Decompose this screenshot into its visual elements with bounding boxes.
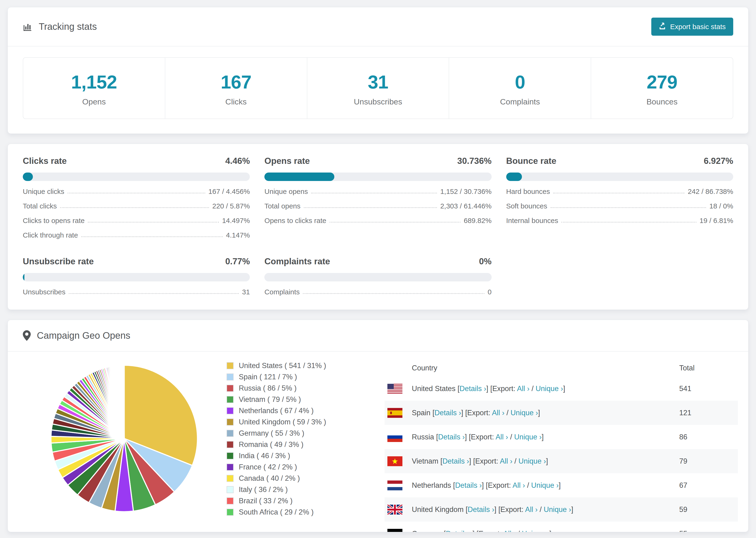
country-flag-icon	[387, 505, 403, 514]
rate-detail-row: Clicks to opens rate 14.497%	[23, 217, 250, 225]
stat-value: 167	[165, 71, 307, 93]
legend-item: Brazil ( 33 / 2% )	[227, 497, 326, 505]
country-name: United States	[412, 385, 456, 393]
export-unique-link[interactable]: Unique ›	[544, 506, 571, 513]
details-link[interactable]: Details ›	[468, 506, 495, 513]
stat-label: Bounces	[591, 97, 733, 106]
legend-item: Spain ( 121 / 7% )	[227, 373, 326, 381]
geo-table-row: Netherlands [Details ›] [Export: All › /…	[385, 473, 738, 497]
details-link[interactable]: Details ›	[435, 409, 461, 417]
stat-label: Clicks	[165, 97, 307, 106]
export-all-link[interactable]: All ›	[525, 506, 537, 513]
country-total: 79	[679, 457, 738, 465]
dotted-leader	[81, 237, 223, 237]
summary-stat-cell: 167 Clicks	[165, 58, 307, 119]
legend-swatch	[227, 463, 234, 471]
legend-swatch	[227, 362, 234, 369]
details-link[interactable]: Details ›	[455, 481, 482, 489]
country-total: 67	[679, 481, 738, 490]
dotted-leader	[304, 207, 437, 208]
export-unique-link[interactable]: Unique ›	[531, 481, 559, 489]
export-unique-link[interactable]: Unique ›	[514, 433, 542, 441]
details-link[interactable]: Details ›	[442, 457, 469, 465]
bar-chart-icon	[23, 22, 33, 32]
legend-label: Spain ( 121 / 7% )	[239, 373, 297, 381]
rate-detail-row: Total clicks 220 / 5.87%	[23, 202, 250, 210]
legend-swatch	[227, 509, 234, 516]
legend-swatch	[227, 486, 234, 493]
geo-table-row: Spain [Details ›] [Export: All › / Uniqu…	[385, 401, 738, 425]
rate-title: Opens rate	[264, 156, 310, 166]
export-button-label: Export basic stats	[670, 23, 726, 31]
rate-title: Bounce rate	[506, 156, 557, 166]
page-title: Tracking stats	[39, 21, 97, 32]
stat-value: 1,152	[23, 71, 165, 93]
legend-item: Germany ( 55 / 3% )	[227, 429, 326, 438]
country-name: United Kingdom	[412, 506, 464, 513]
export-unique-link[interactable]: Unique ›	[511, 409, 538, 417]
export-all-link[interactable]: All ›	[500, 457, 512, 465]
geo-section-title: Campaign Geo Opens	[37, 330, 130, 341]
legend-swatch	[227, 385, 234, 392]
legend-item: France ( 42 / 2% )	[227, 463, 326, 471]
details-link[interactable]: Details ›	[446, 529, 473, 532]
geo-table-row: United States [Details ›] [Export: All ›…	[385, 377, 738, 401]
export-unique-link[interactable]: Unique ›	[518, 457, 546, 465]
legend-item: Romania ( 49 / 3% )	[227, 440, 326, 449]
rate-detail-row: Internal bounces 19 / 6.81%	[506, 217, 733, 225]
export-basic-stats-button[interactable]: Export basic stats	[651, 18, 733, 36]
stat-value: 0	[449, 71, 591, 93]
rate-detail-row: Unique opens 1,152 / 30.736%	[264, 188, 491, 195]
rate-percent: 0.77%	[225, 256, 250, 266]
export-all-link[interactable]: All ›	[496, 433, 508, 441]
complaints-rate-section: Complaints rate 0% Complaints 0	[264, 256, 491, 296]
country-flag-icon	[387, 408, 403, 418]
country-total: 541	[679, 385, 738, 393]
dotted-leader	[60, 207, 209, 208]
tracking-stats-title: Tracking stats	[23, 21, 97, 32]
tracking-stats-card: Tracking stats Export basic stats 1,152 …	[8, 7, 748, 134]
legend-item: Canada ( 40 / 2% )	[227, 474, 326, 483]
legend-label: France ( 42 / 2% )	[239, 463, 297, 471]
export-all-link[interactable]: All ›	[517, 385, 529, 393]
stat-label: Unsubscribes	[307, 97, 449, 106]
summary-stat-cell: 0 Complaints	[449, 58, 591, 119]
details-link[interactable]: Details ›	[438, 433, 465, 441]
rate-detail-row: Hard bounces 242 / 86.738%	[506, 188, 733, 195]
legend-label: United Kingdom ( 59 / 3% )	[239, 418, 326, 426]
country-flag-icon	[387, 456, 403, 466]
legend-swatch	[227, 497, 234, 505]
dotted-leader	[88, 222, 219, 223]
geo-country-table: Country Total United States [Details ›] …	[385, 360, 738, 532]
geo-pie-legend: United States ( 541 / 31% ) Spain ( 121 …	[227, 361, 326, 519]
legend-item: South Africa ( 29 / 2% )	[227, 508, 326, 516]
dotted-leader	[553, 193, 684, 193]
rate-detail-row: Total opens 2,303 / 61.446%	[264, 202, 491, 210]
legend-swatch	[227, 475, 234, 482]
summary-stats-row: 1,152 Opens 167 Clicks 31 Unsubscribes 0…	[23, 57, 733, 119]
legend-item: United States ( 541 / 31% )	[227, 361, 326, 370]
map-pin-icon	[23, 330, 31, 341]
dotted-leader	[551, 207, 706, 208]
country-flag-icon	[387, 384, 403, 394]
column-header-country: Country	[412, 364, 679, 372]
rates-card: Clicks rate 4.46% Unique clicks 167 / 4.…	[8, 144, 748, 310]
legend-item: United Kingdom ( 59 / 3% )	[227, 418, 326, 426]
export-all-link[interactable]: All ›	[492, 409, 504, 417]
dotted-leader	[68, 193, 205, 193]
rate-title: Clicks rate	[23, 156, 67, 166]
legend-label: Vietnam ( 79 / 5% )	[239, 395, 301, 404]
export-unique-link[interactable]: Unique ›	[536, 385, 563, 393]
rate-detail-row: Complaints 0	[264, 288, 491, 296]
country-flag-icon	[387, 432, 403, 442]
country-total: 121	[679, 409, 738, 417]
clicks-rate-progressbar	[23, 173, 250, 181]
export-all-link[interactable]: All ›	[503, 529, 515, 532]
details-link[interactable]: Details ›	[459, 385, 486, 393]
legend-swatch	[227, 407, 234, 414]
stat-value: 31	[307, 71, 449, 93]
dotted-leader	[69, 293, 239, 294]
export-all-link[interactable]: All ›	[513, 481, 525, 489]
geo-table-header: Country Total	[385, 360, 738, 377]
export-unique-link[interactable]: Unique ›	[522, 529, 549, 532]
